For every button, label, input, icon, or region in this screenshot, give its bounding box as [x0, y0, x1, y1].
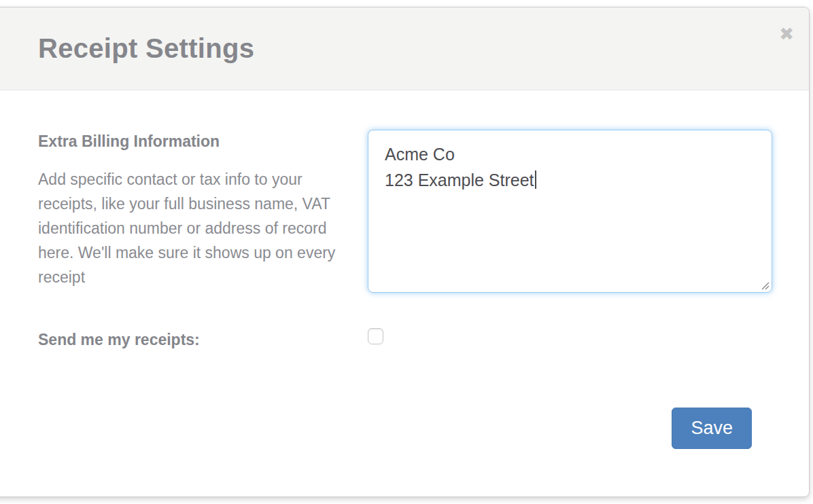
extra-billing-heading: Extra Billing Information [38, 132, 349, 151]
extra-billing-textarea[interactable]: Acme Co 123 Example Street [368, 130, 772, 293]
modal-header: Receipt Settings ✖ [0, 7, 809, 90]
receipt-settings-modal: Receipt Settings ✖ Extra Billing Informa… [0, 7, 810, 497]
send-receipts-label-column: Send me my receipts: [38, 331, 349, 349]
close-icon[interactable]: ✖ [779, 25, 794, 43]
extra-billing-textarea-value: Acme Co 123 Example Street [385, 145, 534, 190]
resize-handle-icon[interactable] [760, 281, 769, 290]
send-receipts-checkbox[interactable] [368, 328, 383, 344]
actions-row: Save [38, 408, 752, 449]
send-receipts-label: Send me my receipts: [38, 331, 349, 349]
extra-billing-label-column: Extra Billing Information Add specific c… [38, 130, 349, 289]
text-caret [535, 170, 536, 189]
save-button[interactable]: Save [672, 408, 752, 449]
modal-body: Extra Billing Information Add specific c… [0, 90, 809, 449]
send-receipts-row: Send me my receipts: [38, 331, 809, 349]
modal-title: Receipt Settings [38, 33, 254, 64]
extra-billing-row: Extra Billing Information Add specific c… [38, 130, 809, 293]
extra-billing-description: Add specific contact or tax info to your… [38, 167, 349, 289]
